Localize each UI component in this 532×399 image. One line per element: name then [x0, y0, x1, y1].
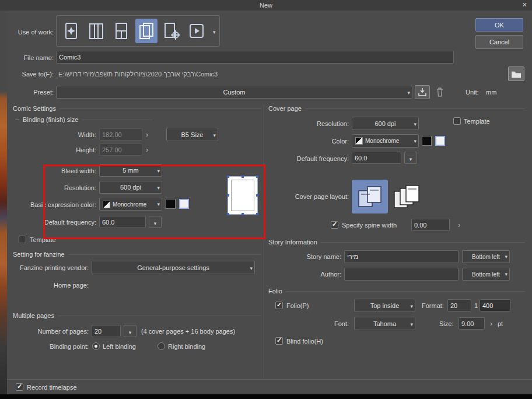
expression-color-dropdown[interactable]: Monochrome: [99, 198, 162, 211]
folio-format-label: Format:: [422, 302, 444, 309]
preview-handle: [242, 213, 244, 215]
cover-layout-wrap-icon: [355, 183, 384, 210]
cover-template-checkbox[interactable]: [453, 117, 461, 125]
home-page-label: Home page:: [12, 282, 89, 289]
author-label: Author:: [268, 271, 341, 278]
browse-folder-button[interactable]: [508, 66, 524, 81]
story-name-input[interactable]: [344, 250, 459, 263]
preview-handle: [227, 213, 229, 215]
unit-label: Unit:: [466, 89, 479, 96]
left-binding-radio[interactable]: [92, 342, 100, 350]
use-of-work-webtoon-button[interactable]: [85, 19, 107, 43]
next-arrow-icon: [458, 219, 460, 230]
comic-settings-icon: [160, 19, 183, 43]
bleed-width-label: Bleed width:: [12, 167, 96, 174]
author-input[interactable]: [344, 268, 459, 281]
illustration-icon: [60, 19, 82, 43]
folio-label: Folio(P): [286, 302, 309, 309]
height-input: [99, 144, 142, 156]
desktop-background-strip: [0, 10, 7, 394]
use-of-work-comic-button[interactable]: [110, 19, 132, 43]
monochrome-icon: [355, 137, 363, 145]
folio-font-dropdown[interactable]: Tahoma: [354, 317, 415, 330]
author-position-dropdown[interactable]: Bottom left: [462, 268, 510, 281]
black-swatch[interactable]: [166, 199, 176, 209]
cover-color-dropdown[interactable]: Monochrome: [352, 134, 419, 148]
cancel-button[interactable]: Cancel: [475, 35, 523, 49]
use-of-work-more-button[interactable]: [213, 26, 216, 36]
cover-layout-wrap-button[interactable]: [352, 180, 388, 214]
page-preview: [228, 177, 257, 214]
bleed-width-dropdown[interactable]: 5 mm: [99, 164, 162, 177]
chevron-down-icon: [157, 201, 160, 207]
cover-resolution-dropdown[interactable]: 600 dpi: [352, 117, 419, 130]
default-frequency-dropdown-button[interactable]: [149, 216, 162, 228]
template-checkbox[interactable]: [19, 236, 26, 243]
record-timelapse-checkbox[interactable]: [16, 383, 23, 391]
cover-color-label: Color:: [274, 138, 349, 145]
cover-resolution-label: Resolution:: [274, 120, 349, 127]
folio-size-input[interactable]: [459, 317, 485, 330]
use-of-work-illustration-button[interactable]: [60, 19, 82, 43]
next-arrow-icon: [146, 129, 148, 139]
save-to-path: E:\רבקי אורבך-2020\ציור\לקוחות תשפב\מירי…: [58, 71, 218, 78]
specify-spine-width-checkbox[interactable]: [331, 221, 338, 229]
chevron-down-icon: [407, 89, 410, 96]
cover-black-swatch[interactable]: [422, 136, 432, 146]
story-name-position-dropdown[interactable]: Bottom left: [462, 250, 510, 263]
preset-dropdown[interactable]: Custom: [56, 86, 412, 99]
delete-preset-button[interactable]: [434, 86, 446, 98]
cover-frequency-dropdown-button[interactable]: [404, 152, 417, 164]
width-input: [99, 128, 142, 141]
story-name-label: Story name:: [268, 253, 341, 260]
cover-white-swatch[interactable]: [435, 136, 445, 146]
chevron-down-icon: [410, 320, 413, 327]
use-of-work-animation-button[interactable]: [186, 19, 208, 43]
chevron-down-icon: [250, 264, 253, 271]
close-icon[interactable]: ✕: [522, 1, 527, 9]
preview-handle: [227, 194, 229, 197]
folio-format-start-input[interactable]: [447, 299, 471, 312]
right-binding-radio[interactable]: [158, 342, 165, 350]
use-of-work-comic-pages-button[interactable]: [135, 19, 158, 43]
page-preview-margin: [231, 180, 254, 211]
chevron-down-icon: [157, 167, 160, 174]
file-name-input[interactable]: [56, 51, 454, 64]
chevron-down-icon: [505, 271, 508, 277]
blind-folio-checkbox[interactable]: [275, 337, 283, 345]
webtoon-icon: [85, 19, 107, 43]
white-swatch[interactable]: [179, 199, 189, 209]
number-of-pages-label: Number of pages:: [12, 328, 89, 335]
fanzine-vendor-dropdown[interactable]: General-purpose settings: [92, 261, 255, 274]
preset-value: Custom: [223, 89, 246, 96]
number-of-pages-input[interactable]: [92, 325, 121, 337]
cover-layout-label: Cover page layout:: [274, 193, 349, 200]
use-of-work-all-comic-settings-button[interactable]: [160, 19, 183, 43]
chevron-down-icon: [129, 327, 132, 336]
save-preset-button[interactable]: [415, 85, 430, 99]
preview-handle: [256, 176, 258, 178]
width-label: Width:: [12, 131, 96, 138]
height-label: Height:: [12, 146, 96, 153]
cover-layout-separate-icon: [392, 183, 422, 211]
binding-size-header[interactable]: Binding (finish) size: [15, 116, 153, 123]
resolution-dropdown[interactable]: 600 dpi: [99, 181, 162, 194]
cover-layout-separate-button[interactable]: [391, 181, 424, 212]
expression-color-label: Basic expression color:: [10, 201, 96, 208]
number-of-pages-dropdown-button[interactable]: [124, 325, 136, 337]
screen-bottom-edge: [0, 394, 532, 399]
folio-position-dropdown[interactable]: Top inside: [354, 299, 415, 312]
folio-format-end-input[interactable]: [480, 299, 511, 312]
size-preset-dropdown[interactable]: B5 Size: [166, 128, 218, 141]
folio-checkbox[interactable]: [275, 302, 283, 309]
save-preset-icon: [417, 88, 428, 97]
new-dialog-screen: New ✕ Use of work:: [0, 0, 532, 399]
default-frequency-input[interactable]: [99, 216, 146, 228]
dialog-titlebar: New ✕: [0, 0, 532, 10]
ok-button[interactable]: OK: [475, 18, 523, 32]
fanzine-vendor-label: Fanzine printing vendor:: [12, 264, 89, 271]
cover-frequency-input[interactable]: [352, 152, 401, 164]
spine-width-input[interactable]: [411, 219, 450, 231]
template-label: Template: [30, 236, 56, 243]
pages-note: (4 cover pages + 16 body pages): [141, 328, 235, 335]
